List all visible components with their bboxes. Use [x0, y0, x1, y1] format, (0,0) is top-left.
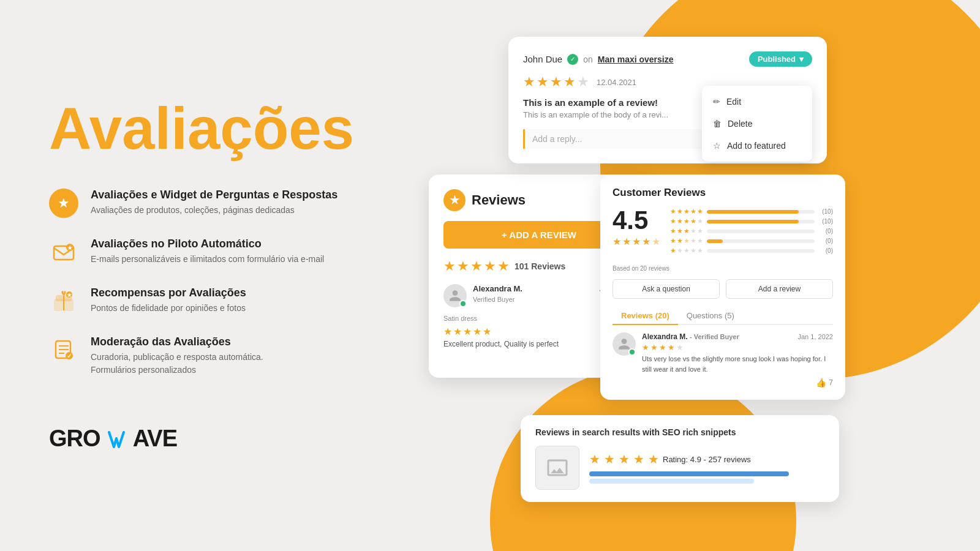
rc-star-5: ★ — [497, 258, 510, 274]
feature-item-moderation: ✓ Moderação das Avaliações Curadoria, pu… — [49, 335, 429, 377]
rating-bars: ★★★★★ (10) ★★★★★ (10) ★★★★★ (0) ★★★★★ — [670, 208, 833, 257]
ms-1: ★ — [443, 326, 452, 337]
verified-dot — [459, 300, 467, 307]
email-icon: ★ — [49, 238, 78, 267]
dropdown-featured[interactable]: ☆ Add to featured — [702, 135, 812, 157]
gift-icon: ★ — [49, 287, 78, 316]
rating-overview: 4.5 ★ ★ ★ ★ ★ ★★★★★ (10) ★★★★★ — [612, 208, 833, 257]
action-buttons: Ask a question Add a review — [612, 279, 833, 299]
tab-questions[interactable]: Questions (5) — [678, 307, 743, 324]
feature-title-1: Avaliações e Widget de Perguntas e Respo… — [91, 189, 337, 201]
seo-star-1: ★ — [589, 452, 600, 467]
bar-row-5: ★★★★★ (10) — [670, 208, 833, 216]
bar-row-4: ★★★★★ (10) — [670, 217, 833, 225]
page-title: Avaliações — [49, 99, 429, 158]
ms-5: ★ — [483, 326, 491, 337]
feature-text-rewards: Recompensas por Avaliações Pontos de fid… — [91, 287, 246, 315]
feature-desc-1: Avaliações de produtos, coleções, página… — [91, 204, 337, 217]
svg-text:★: ★ — [67, 292, 72, 298]
feature-item-auto-pilot: ★ Avaliações no Piloto Automático E-mail… — [49, 238, 429, 267]
widget-star-icon: ★ — [443, 189, 466, 211]
ms-4: ★ — [473, 326, 481, 337]
customer-reviews-card: Customer Reviews 4.5 ★ ★ ★ ★ ★ ★★★★★ (10… — [600, 174, 845, 400]
big-rating: 4.5 — [612, 208, 660, 233]
helpful-count: 7 — [829, 378, 833, 387]
feature-list: ★ Avaliações e Widget de Perguntas e Res… — [49, 189, 429, 377]
svg-text:★: ★ — [67, 245, 73, 251]
seo-stars-row: ★ ★ ★ ★ ★ Rating: 4.9 - 257 reviews — [589, 452, 824, 467]
bar-row-3: ★★★★★ (0) — [670, 227, 833, 235]
tabs-row: Reviews (20) Questions (5) — [612, 307, 833, 325]
feature-title-4: Moderação das Avaliações — [91, 335, 263, 348]
ms-3: ★ — [463, 326, 472, 337]
review-date: 12.04.2021 — [597, 78, 636, 87]
star-outline-icon: ☆ — [713, 141, 721, 151]
action-dropdown: ✏ Edit 🗑 Delete ☆ Add to featured — [702, 86, 812, 162]
published-badge[interactable]: Published ▾ — [749, 51, 812, 67]
rc-star-1: ★ — [443, 258, 456, 274]
star-2: ★ — [537, 74, 549, 90]
feature-item-rewards: ★ Recompensas por Avaliações Pontos de f… — [49, 287, 429, 316]
cust-reviewer-name: Alexandra M. - Verified Buyer — [642, 332, 739, 341]
admin-card-header: John Due ✓ on Man maxi oversize Publishe… — [523, 51, 812, 67]
on-text: on — [583, 54, 593, 64]
feature-item-reviews-widget: ★ Avaliações e Widget de Perguntas e Res… — [49, 189, 429, 218]
cust-review-text: Uts very lose vs the slightly more snug … — [642, 354, 833, 374]
right-panel: John Due ✓ on Man maxi oversize Publishe… — [429, 0, 980, 551]
customer-reviews-title: Customer Reviews — [612, 187, 833, 199]
star-icon: ★ — [49, 189, 78, 218]
verified-badge: ✓ — [567, 54, 578, 65]
seo-image-placeholder — [535, 446, 579, 490]
logo: GRO AVE — [49, 425, 429, 452]
based-on-text: Based on 20 reviews — [612, 265, 833, 272]
feature-title-3: Recompensas por Avaliações — [91, 287, 246, 299]
seo-star-3: ★ — [619, 452, 630, 467]
feature-text-auto-pilot: Avaliações no Piloto Automático E-mails … — [91, 238, 324, 266]
big-rating-stars: ★ ★ ★ ★ ★ — [612, 236, 660, 247]
dropdown-edit[interactable]: ✏ Edit — [702, 91, 812, 113]
feature-title-2: Avaliações no Piloto Automático — [91, 238, 324, 250]
review-count-stars: ★ ★ ★ ★ ★ — [443, 258, 510, 274]
feature-desc-4: Curadoria, publicação e resposta automát… — [91, 351, 263, 377]
edit-icon: ✏ — [713, 97, 720, 107]
bar-row-1: ★★★★★ (0) — [670, 247, 833, 255]
seo-star-5: ★ — [648, 452, 659, 467]
left-panel: Avaliações ★ Avaliações e Widget de Perg… — [49, 0, 429, 551]
cust-verified-dot — [628, 348, 636, 356]
bar-row-2: ★★★★★ (0) — [670, 237, 833, 245]
feature-text-moderation: Moderação das Avaliações Curadoria, publ… — [91, 335, 263, 377]
seo-star-4: ★ — [633, 452, 644, 467]
product-link[interactable]: Man maxi oversize — [598, 54, 674, 64]
avatar — [443, 284, 467, 307]
star-1: ★ — [523, 74, 535, 90]
reviewer-info-header: John Due ✓ on Man maxi oversize — [523, 54, 674, 65]
dropdown-delete[interactable]: 🗑 Delete — [702, 113, 812, 135]
feature-desc-2: E-mails personalizáveis e ilimitados com… — [91, 253, 324, 266]
feature-text-reviews-widget: Avaliações e Widget de Perguntas e Respo… — [91, 189, 337, 217]
feature-desc-3: Pontos de fidelidade por opiniões e foto… — [91, 302, 246, 315]
tab-reviews[interactable]: Reviews (20) — [612, 307, 678, 325]
ask-question-button[interactable]: Ask a question — [612, 279, 720, 299]
rc-star-2: ★ — [457, 258, 469, 274]
svg-text:✓: ✓ — [67, 353, 72, 359]
seo-bar-2 — [589, 479, 754, 484]
customer-avatar — [612, 332, 636, 356]
widget-title: ★ Reviews — [443, 189, 526, 211]
logo-ave: AVE — [133, 425, 177, 451]
reviewer-sub: Verified Buyer — [473, 296, 514, 303]
seo-star-2: ★ — [604, 452, 615, 467]
seo-info: ★ ★ ★ ★ ★ Rating: 4.9 - 257 reviews — [589, 452, 824, 484]
star-3: ★ — [550, 74, 562, 90]
cust-review-date: Jan 1, 2022 — [798, 333, 834, 340]
rc-star-3: ★ — [470, 258, 483, 274]
thumbs-up-icon-cust: 👍 — [816, 378, 826, 388]
trash-icon: 🗑 — [713, 119, 722, 129]
customer-review-content: Alexandra M. - Verified Buyer Jan 1, 202… — [642, 332, 833, 388]
star-5: ★ — [577, 74, 589, 90]
admin-review-card: John Due ✓ on Man maxi oversize Publishe… — [508, 37, 827, 163]
helpful-row: 👍 7 — [642, 378, 833, 388]
add-review-button-cust[interactable]: Add a review — [726, 279, 833, 299]
seo-bar-1 — [589, 471, 789, 476]
seo-content: ★ ★ ★ ★ ★ Rating: 4.9 - 257 reviews — [535, 446, 824, 490]
rc-star-4: ★ — [484, 258, 496, 274]
